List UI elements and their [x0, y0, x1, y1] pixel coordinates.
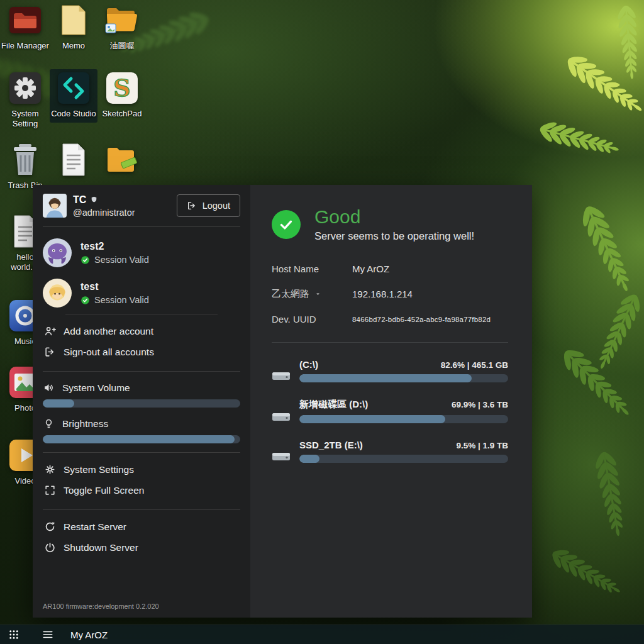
disk-usage: 82.6% | 465.1 GB	[441, 360, 508, 370]
slider-label: System Volume	[62, 382, 130, 394]
volume-slider-fill	[43, 399, 74, 408]
ip-address-value: 192.168.1.214	[352, 289, 508, 299]
server-info-grid: Host Name My ArOZ 乙太網路 192.168.1.214 Dev…	[272, 264, 508, 325]
divider	[43, 226, 240, 227]
power-icon	[44, 541, 56, 553]
session-status: Session Valid	[94, 255, 149, 265]
desktop-icon-label: Memo	[50, 41, 97, 51]
taskbar-title: My ArOZ	[70, 630, 108, 640]
disk-usage-bar	[299, 415, 508, 423]
grid-icon	[8, 629, 19, 640]
panel-right-column: Good Server seems to be operating well! …	[250, 185, 532, 618]
desktop-icon-folder-edit[interactable]	[98, 141, 146, 184]
menu-label: Toggle Full Screen	[64, 485, 144, 496]
disk-row-c: (C:\) 82.6% | 465.1 GB	[272, 359, 508, 382]
status-title: Good	[314, 206, 474, 228]
memo-icon	[50, 3, 97, 38]
disk-name: SSD_2TB (E:\)	[299, 440, 363, 450]
logout-button[interactable]: Logout	[177, 194, 240, 217]
disk-usage-bar	[299, 374, 508, 382]
session-status: Session Valid	[94, 295, 149, 305]
brightness-slider[interactable]	[43, 435, 240, 443]
drive-icon	[272, 409, 292, 423]
divider	[43, 452, 240, 453]
system-tray-panel: TC @administrator Logout test2 Session V…	[33, 185, 532, 618]
device-uuid-label: Dev. UUID	[272, 314, 352, 325]
taskbar: My ArOZ	[0, 625, 644, 644]
svg-text:S: S	[113, 74, 130, 102]
chevron-down-icon	[314, 291, 321, 297]
server-status-header: Good Server seems to be operating well!	[272, 206, 508, 242]
network-label: 乙太網路	[272, 288, 309, 300]
avatar	[43, 238, 72, 267]
panel-left-column: TC @administrator Logout test2 Session V…	[33, 185, 250, 618]
desktop-icon-label: File Manager	[1, 41, 49, 51]
desktop: File Manager Memo 油圖喔 System Setting Cod…	[0, 0, 644, 644]
add-account-item[interactable]: Add another account	[43, 321, 240, 341]
hamburger-icon	[42, 629, 53, 640]
start-menu-button[interactable]	[0, 625, 28, 644]
disk-name: 新增磁碟區 (D:\)	[299, 399, 368, 411]
desktop-icon-folder-youtuwo[interactable]: 油圖喔	[98, 1, 146, 55]
desktop-icon-label: 油圖喔	[98, 41, 146, 51]
disk-usage-fill	[299, 374, 472, 382]
restart-server-item[interactable]: Restart Server	[43, 516, 240, 537]
desktop-icon-memo[interactable]: Memo	[50, 1, 97, 55]
status-ok-icon	[272, 210, 301, 239]
current-user-header: TC @administrator Logout	[43, 194, 240, 218]
signout-all-item[interactable]: Sign-out all accounts	[43, 341, 240, 362]
status-message: Server seems to be operating well!	[314, 230, 474, 242]
menu-label: Restart Server	[64, 521, 126, 533]
disk-usage-bar	[299, 455, 508, 463]
account-row-test2[interactable]: test2 Session Valid	[43, 238, 240, 267]
host-name-value: My ArOZ	[352, 264, 508, 274]
menu-label: System Settings	[64, 464, 134, 475]
desktop-icon-sketchpad[interactable]: S SketchPad	[98, 69, 146, 123]
trash-icon	[1, 142, 49, 177]
desktop-icon-label: Code Studio	[50, 109, 97, 119]
menu-label: Add another account	[64, 326, 153, 337]
drive-icon	[272, 369, 292, 382]
divider	[65, 314, 218, 314]
firmware-version: AR100 firmware:development 0.2.020	[43, 596, 240, 610]
menu-label: Sign-out all accounts	[64, 347, 154, 358]
divider	[43, 509, 240, 510]
disk-row-d: 新增磁碟區 (D:\) 69.9% | 3.6 TB	[272, 399, 508, 423]
code-studio-icon	[50, 70, 97, 106]
desktop-icon-code-studio[interactable]: Code Studio	[50, 69, 97, 123]
desktop-icon-system-setting[interactable]: System Setting	[1, 69, 49, 133]
shutdown-server-item[interactable]: Shutdown Server	[43, 537, 240, 558]
desktop-icon-document[interactable]	[50, 141, 97, 184]
user-name: TC	[73, 194, 86, 206]
disk-usage-fill	[299, 455, 319, 463]
taskbar-menu-button[interactable]	[34, 625, 62, 644]
brightness-label-row: Brightness	[43, 418, 240, 430]
gear-tile-icon	[1, 70, 49, 106]
session-valid-icon	[80, 296, 90, 305]
toggle-fullscreen-item[interactable]: Toggle Full Screen	[43, 480, 240, 501]
desktop-icon-file-manager[interactable]: File Manager	[1, 1, 49, 55]
volume-slider[interactable]	[43, 399, 240, 408]
folder-pencil-icon	[98, 142, 146, 177]
divider	[43, 371, 240, 372]
gear-icon	[44, 464, 56, 475]
account-row-test[interactable]: test Session Valid	[43, 279, 240, 308]
disk-row-e: SSD_2TB (E:\) 9.5% | 1.9 TB	[272, 440, 508, 463]
logout-icon	[187, 201, 197, 211]
disk-usage: 9.5% | 1.9 TB	[456, 441, 508, 450]
desktop-icon-label: SketchPad	[98, 109, 146, 119]
host-name-label: Host Name	[272, 264, 352, 274]
user-plus-icon	[44, 325, 56, 337]
shield-icon	[90, 196, 98, 204]
divider	[272, 342, 508, 343]
network-interface-dropdown[interactable]: 乙太網路	[272, 288, 352, 300]
system-settings-item[interactable]: System Settings	[43, 459, 240, 480]
folder-icon	[98, 3, 146, 38]
account-name: test	[80, 281, 149, 292]
fullscreen-icon	[44, 484, 56, 496]
file-manager-icon	[1, 3, 49, 38]
logout-label: Logout	[203, 201, 230, 211]
account-name: test2	[80, 241, 149, 252]
user-handle: @administrator	[73, 208, 135, 218]
system-volume-label-row: System Volume	[43, 382, 240, 394]
